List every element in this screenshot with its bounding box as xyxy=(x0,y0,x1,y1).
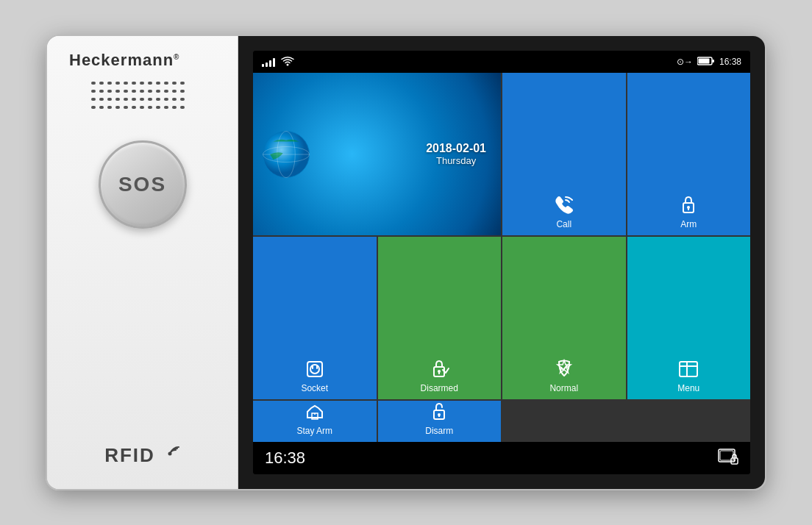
app-grid: 2018-02-01 Thursday Call xyxy=(253,73,750,442)
call-button[interactable]: Call xyxy=(502,73,626,235)
screen-lock-icon xyxy=(718,449,738,468)
disarmed-icon xyxy=(428,358,450,380)
bottom-time: 16:38 xyxy=(265,449,305,468)
normal-label: Normal xyxy=(549,383,578,393)
svg-point-0 xyxy=(168,451,171,455)
rfid-icon xyxy=(160,446,180,466)
menu-label: Menu xyxy=(677,383,699,393)
normal-button[interactable]: Normal xyxy=(502,237,626,399)
svg-rect-3 xyxy=(712,60,714,63)
day-display: Thursday xyxy=(426,155,486,166)
speaker-grille xyxy=(91,82,194,118)
battery-icon xyxy=(697,57,715,68)
stay-arm-label: Stay Arm xyxy=(296,426,332,436)
device: Heckermann® SOS RFID xyxy=(46,35,766,490)
rfid-section: RFID xyxy=(104,444,180,467)
svg-rect-19 xyxy=(680,362,697,376)
socket-icon xyxy=(304,358,326,380)
svg-point-1 xyxy=(287,63,289,65)
stay-arm-icon xyxy=(304,401,326,423)
sos-button[interactable]: SOS xyxy=(99,140,187,229)
date-display: 2018-02-01 xyxy=(426,142,486,155)
globe-background: 2018-02-01 Thursday xyxy=(253,73,501,235)
svg-rect-4 xyxy=(698,58,709,63)
menu-icon xyxy=(677,358,699,380)
brand-name: Heckermann® xyxy=(69,51,179,70)
sos-label: SOS xyxy=(118,173,166,196)
status-right: ⊙→ 16:38 xyxy=(677,57,741,68)
rfid-text: RFID xyxy=(104,444,155,467)
disarm-button[interactable]: Disarm xyxy=(378,401,502,442)
left-panel: Heckermann® SOS RFID xyxy=(47,36,238,489)
disarmed-label: Disarmed xyxy=(421,383,458,393)
menu-button[interactable]: Menu xyxy=(627,237,751,399)
svg-point-13 xyxy=(310,365,319,374)
status-bar: ⊙→ 16:38 xyxy=(253,51,750,73)
arm-button[interactable]: Arm xyxy=(627,73,751,235)
signal-bars-icon xyxy=(262,57,275,67)
call-icon xyxy=(553,194,575,216)
brand-registered: ® xyxy=(174,53,179,61)
stay-arm-button[interactable]: Stay Arm xyxy=(253,401,377,442)
bottom-bar: 16:38 xyxy=(253,442,750,474)
disarmed-button[interactable]: Disarmed xyxy=(378,237,502,399)
wifi-icon xyxy=(281,56,294,68)
normal-icon xyxy=(553,358,575,380)
globe-icon xyxy=(260,129,312,180)
date-cell: 2018-02-01 Thursday xyxy=(253,73,501,235)
arm-label: Arm xyxy=(680,219,697,229)
socket-button[interactable]: Socket xyxy=(253,237,377,399)
svg-point-30 xyxy=(733,459,735,460)
key-icon: ⊙→ xyxy=(677,57,693,67)
disarm-icon xyxy=(428,401,450,423)
status-left xyxy=(262,56,294,68)
arm-icon xyxy=(677,194,699,216)
right-panel: ⊙→ 16:38 xyxy=(238,36,765,489)
date-info: 2018-02-01 Thursday xyxy=(426,142,486,166)
call-label: Call xyxy=(556,219,571,229)
screen: ⊙→ 16:38 xyxy=(253,51,750,474)
disarm-label: Disarm xyxy=(425,426,453,436)
brand-text: Heckermann xyxy=(69,51,174,69)
status-time: 16:38 xyxy=(719,57,741,67)
socket-label: Socket xyxy=(301,383,328,393)
